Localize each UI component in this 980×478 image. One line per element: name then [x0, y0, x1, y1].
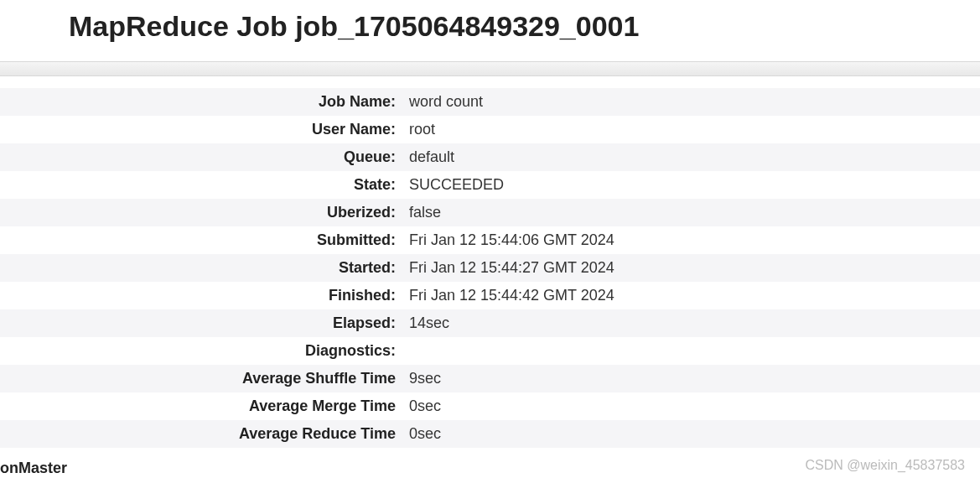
- info-label: Average Reduce Time: [0, 420, 402, 448]
- info-value: Fri Jan 12 15:44:06 GMT 2024: [402, 226, 980, 254]
- info-label: Started:: [0, 254, 402, 282]
- info-row: State:SUCCEEDED: [0, 171, 980, 199]
- separator-bar: [0, 61, 980, 76]
- info-row: Diagnostics:: [0, 337, 980, 365]
- job-info-table: Job Name:word countUser Name:rootQueue:d…: [0, 88, 980, 448]
- info-label: Finished:: [0, 282, 402, 309]
- info-row: Job Name:word count: [0, 88, 980, 116]
- info-value: false: [402, 199, 980, 226]
- info-label: Uberized:: [0, 199, 402, 226]
- info-label: User Name:: [0, 116, 402, 143]
- info-row: Average Shuffle Time9sec: [0, 365, 980, 392]
- info-row: Average Merge Time0sec: [0, 392, 980, 420]
- info-row: User Name:root: [0, 116, 980, 143]
- info-value: 0sec: [402, 392, 980, 420]
- info-value: 9sec: [402, 365, 980, 392]
- info-row: Finished:Fri Jan 12 15:44:42 GMT 2024: [0, 282, 980, 309]
- page-title: MapReduce Job job_1705064849329_0001: [0, 0, 980, 61]
- info-row: Elapsed:14sec: [0, 309, 980, 337]
- info-value: default: [402, 143, 980, 171]
- info-row: Submitted:Fri Jan 12 15:44:06 GMT 2024: [0, 226, 980, 254]
- info-value: 14sec: [402, 309, 980, 337]
- info-value: [402, 337, 980, 365]
- info-row: Average Reduce Time0sec: [0, 420, 980, 448]
- info-label: Average Merge Time: [0, 392, 402, 420]
- info-label: Submitted:: [0, 226, 402, 254]
- info-value: 0sec: [402, 420, 980, 448]
- info-value: SUCCEEDED: [402, 171, 980, 199]
- info-label: Job Name:: [0, 88, 402, 116]
- info-row: Started:Fri Jan 12 15:44:27 GMT 2024: [0, 254, 980, 282]
- info-label: State:: [0, 171, 402, 199]
- info-label: Elapsed:: [0, 309, 402, 337]
- info-value: Fri Jan 12 15:44:42 GMT 2024: [402, 282, 980, 309]
- info-value: Fri Jan 12 15:44:27 GMT 2024: [402, 254, 980, 282]
- info-label: Queue:: [0, 143, 402, 171]
- info-label: Average Shuffle Time: [0, 365, 402, 392]
- info-label: Diagnostics:: [0, 337, 402, 365]
- section-header-onmaster: onMaster: [0, 448, 980, 478]
- info-value: root: [402, 116, 980, 143]
- info-row: Uberized:false: [0, 199, 980, 226]
- info-row: Queue:default: [0, 143, 980, 171]
- info-value: word count: [402, 88, 980, 116]
